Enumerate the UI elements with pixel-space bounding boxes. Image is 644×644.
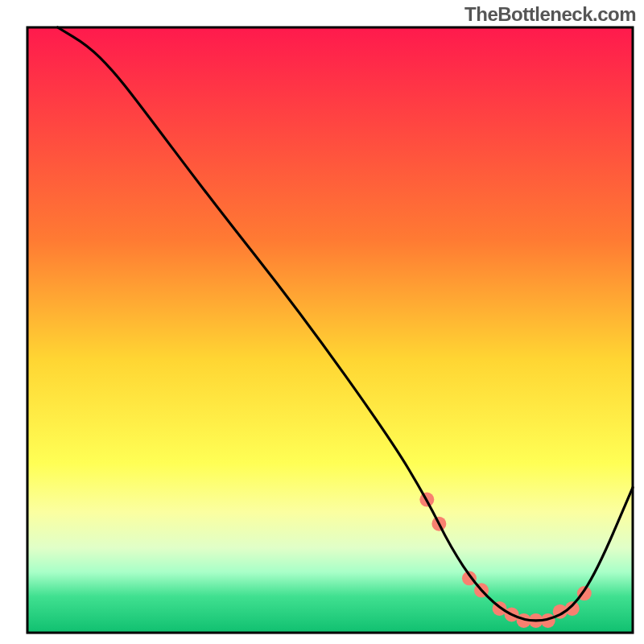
chart-background	[27, 27, 633, 633]
chart-container: TheBottleneck.com	[0, 0, 644, 644]
bottleneck-chart	[0, 0, 644, 644]
watermark-text: TheBottleneck.com	[464, 3, 636, 26]
